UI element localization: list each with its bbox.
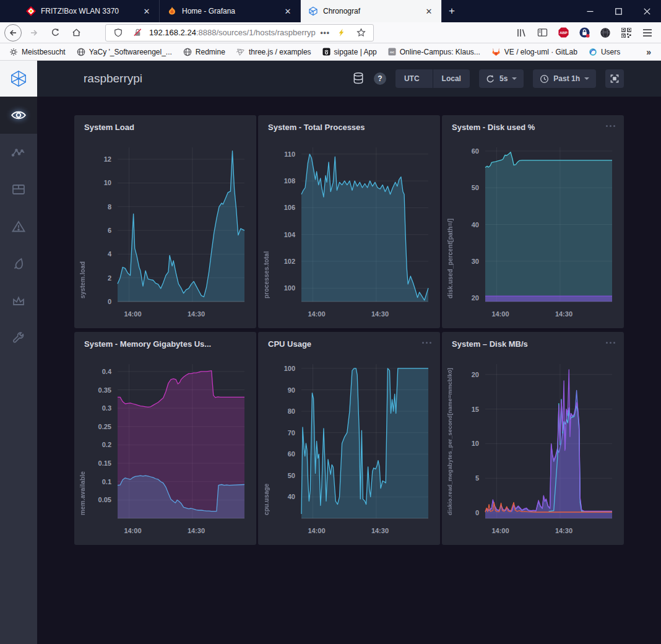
sipgate-icon xyxy=(322,48,330,56)
tab-fritzbox[interactable]: FRITZ!Box WLAN 3370 ✕ xyxy=(19,0,160,22)
window-maximize-button[interactable] xyxy=(604,0,633,22)
svg-text:oc: oc xyxy=(390,50,395,54)
url-bar[interactable]: 192.168.2.24:8888/sources/1/hosts/raspbe… xyxy=(105,24,374,41)
bookmark-label: YaCy '_Softwareengel_... xyxy=(89,48,172,56)
bookmark-online-campus[interactable]: oc Online-Campus: Klaus... xyxy=(384,46,485,58)
reload-button[interactable] xyxy=(46,24,64,42)
svg-text:14:00: 14:00 xyxy=(491,527,509,534)
tab-close-icon[interactable]: ✕ xyxy=(140,5,153,17)
chart-plot[interactable]: 14:0014:302030405060 xyxy=(451,142,615,323)
app-main: raspberrypi ? UTC Local 5s Past 1h xyxy=(37,61,661,644)
refresh-interval-label: 5s xyxy=(499,74,508,83)
chart-plot[interactable]: 14:0014:30024681012 xyxy=(83,142,248,323)
dark-globe-icon[interactable] xyxy=(598,25,613,40)
tab-title: Chronograf xyxy=(323,7,423,15)
sidebar-item-configuration[interactable] xyxy=(0,320,37,357)
chart-panel: System - Total Processesprocesses.total1… xyxy=(258,115,440,328)
app-sidebar xyxy=(0,61,37,644)
tracking-shield-icon[interactable] xyxy=(111,25,126,40)
svg-text:14:00: 14:00 xyxy=(124,310,141,318)
chronograf-app: raspberrypi ? UTC Local 5s Past 1h xyxy=(0,61,661,644)
svg-text:50: 50 xyxy=(472,184,479,191)
source-database-icon[interactable] xyxy=(352,72,365,85)
chronograf-logo[interactable] xyxy=(0,61,37,97)
svg-text:110: 110 xyxy=(284,150,295,158)
hamburger-menu-icon[interactable] xyxy=(640,25,655,40)
tab-chronograf-active[interactable]: Chronograf ✕ xyxy=(301,0,442,22)
chart-plot[interactable]: 14:0014:30100102104106108110 xyxy=(267,142,431,323)
chart-plot[interactable]: 14:0014:300.050.10.150.20.250.30.350.4 xyxy=(83,359,248,540)
fullscreen-icon xyxy=(610,74,620,84)
users-knot-icon xyxy=(589,48,597,56)
chart-plot[interactable]: 14:0014:30405060708090100 xyxy=(267,359,431,540)
adblock-abp-icon[interactable]: ABP xyxy=(556,25,571,40)
library-icon[interactable] xyxy=(514,25,529,40)
userscript-bolt-icon[interactable] xyxy=(334,25,349,40)
chart-panel: System Loadsystem.load14:0014:3002468101… xyxy=(74,115,256,328)
browser-titlebar: FRITZ!Box WLAN 3370 ✕ Home - Grafana ✕ C… xyxy=(0,0,661,22)
chart-title: System - Total Processes xyxy=(268,123,365,132)
charts-grid: System Loadsystem.load14:0014:3002468101… xyxy=(74,115,661,545)
sidebar-item-host-list[interactable] xyxy=(0,97,37,134)
back-button[interactable] xyxy=(4,24,22,42)
window-close-button[interactable] xyxy=(633,0,661,22)
local-option[interactable]: Local xyxy=(433,69,470,88)
https-lock-globe-icon[interactable] xyxy=(577,25,592,40)
sidebar-toggle-icon[interactable] xyxy=(535,25,550,40)
svg-text:20: 20 xyxy=(472,371,479,378)
insecure-lock-icon[interactable] xyxy=(130,25,145,40)
bookmark-threejs[interactable]: three.js / examples xyxy=(232,46,316,58)
chevron-down-icon xyxy=(584,77,589,82)
tab-grafana[interactable]: Home - Grafana ✕ xyxy=(160,0,301,22)
forward-button[interactable] xyxy=(25,24,43,42)
sidebar-item-dashboards[interactable] xyxy=(0,171,37,208)
bookmark-meistbesucht[interactable]: Meistbesucht xyxy=(5,46,70,58)
svg-text:0.15: 0.15 xyxy=(98,459,111,467)
chart-panel: System - Disk used %disk.used_percent[pa… xyxy=(442,115,624,328)
svg-text:70: 70 xyxy=(288,429,295,437)
svg-text:100: 100 xyxy=(284,284,295,292)
chart-menu-dots[interactable] xyxy=(606,342,615,344)
svg-text:14:30: 14:30 xyxy=(188,527,205,534)
svg-text:5: 5 xyxy=(475,474,479,482)
chart-menu-dots[interactable] xyxy=(422,342,431,344)
svg-text:14:00: 14:00 xyxy=(124,527,141,534)
qr-code-icon[interactable] xyxy=(619,25,634,40)
fullscreen-button[interactable] xyxy=(605,69,624,88)
chart-plot[interactable]: 14:0014:3005101520 xyxy=(451,359,615,540)
kapacitor-icon xyxy=(11,256,26,271)
timezone-toggle[interactable]: UTC Local xyxy=(395,69,470,88)
bookmark-label: Meistbesucht xyxy=(22,48,66,56)
window-minimize-button[interactable] xyxy=(576,0,604,22)
chart-menu-dots[interactable] xyxy=(606,125,615,127)
bookmark-redmine[interactable]: Redmine xyxy=(179,46,230,58)
bookmark-gitlab[interactable]: VE / elog-uml · GitLab xyxy=(487,46,582,58)
bookmark-sipgate[interactable]: sipgate | App xyxy=(318,46,381,58)
utc-option[interactable]: UTC xyxy=(395,69,428,88)
svg-text:14:30: 14:30 xyxy=(188,310,205,318)
bookmark-star-icon[interactable] xyxy=(353,25,368,40)
crown-icon xyxy=(11,294,26,308)
svg-text:8: 8 xyxy=(108,203,111,211)
bookmarks-overflow-chevron[interactable]: » xyxy=(646,47,656,57)
chronograf-logo-icon xyxy=(9,69,28,88)
sidebar-item-alerts[interactable] xyxy=(0,208,37,245)
sidebar-item-admin[interactable] xyxy=(0,282,37,320)
time-range-dropdown[interactable]: Past 1h xyxy=(533,69,596,88)
new-tab-button[interactable]: + xyxy=(442,0,462,22)
url-text[interactable]: 192.168.2.24:8888/sources/1/hosts/raspbe… xyxy=(149,28,316,37)
autorefresh-dropdown[interactable]: 5s xyxy=(479,69,524,88)
wrench-icon xyxy=(11,331,26,346)
tab-close-icon[interactable]: ✕ xyxy=(423,5,435,17)
globe-icon xyxy=(183,48,192,56)
home-button[interactable] xyxy=(67,24,85,42)
svg-text:60: 60 xyxy=(472,147,479,155)
tab-close-icon[interactable]: ✕ xyxy=(282,5,294,17)
bookmark-users[interactable]: Users xyxy=(584,46,624,58)
bookmark-yacy[interactable]: YaCy '_Softwareengel_... xyxy=(72,46,176,58)
sidebar-item-data-explorer[interactable] xyxy=(0,134,37,171)
sidebar-item-kapacitor[interactable] xyxy=(0,245,37,282)
help-button[interactable]: ? xyxy=(374,72,386,85)
page-actions-icon[interactable]: ••• xyxy=(320,28,330,37)
threejs-triangle-icon xyxy=(236,48,245,56)
